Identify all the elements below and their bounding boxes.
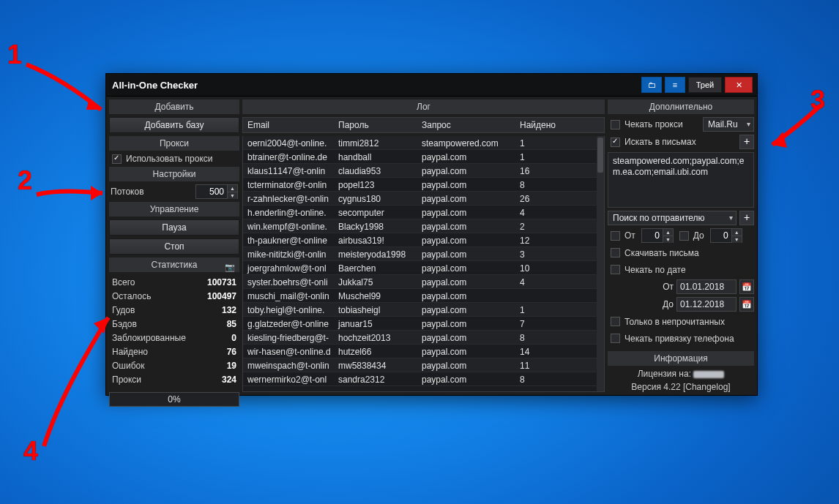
date-to-label: До <box>655 299 674 309</box>
cell-pass: Baerchen <box>334 261 417 274</box>
scrollbar-thumb[interactable] <box>597 138 603 173</box>
calendar-icon[interactable]: 📅 <box>739 297 754 312</box>
threads-stepper[interactable]: ▲▼ <box>195 184 238 199</box>
add-base-button[interactable]: Добавить базу <box>109 117 239 133</box>
to-checkbox[interactable]: До <box>676 228 707 243</box>
cell-req: paypal.com <box>417 303 515 316</box>
cell-email: th-paukner@t-online <box>243 233 334 247</box>
date-to-input[interactable]: 01.12.2018 <box>676 297 737 312</box>
cell-req: steampowered.com <box>417 136 515 149</box>
table-row[interactable]: mweinspach@t-onlinmw5838434paypal.com11 <box>243 358 597 372</box>
table-row[interactable]: klaus11147@t-onlinclaudia953paypal.com16 <box>243 164 597 178</box>
check-proxy-checkbox[interactable]: Чекать прокси <box>608 117 700 132</box>
only-unread-input[interactable] <box>611 317 620 326</box>
camera-icon[interactable]: 📷 <box>225 260 235 274</box>
table-row[interactable]: wernermirko2@t-onlsandra2312paypal.com8 <box>243 372 597 386</box>
domains-textbox[interactable]: steampowered.com;paypal.com;em.ea.com;em… <box>608 152 754 208</box>
table-row[interactable]: th-paukner@t-onlineairbusa319!paypal.com… <box>243 233 597 247</box>
license-blur <box>693 371 724 378</box>
table-row[interactable]: btrainer@t-online.dehandballpaypal.com1 <box>243 150 597 164</box>
cell-email: klaus11147@t-onlin <box>243 164 334 177</box>
check-date-input[interactable] <box>611 265 620 274</box>
table-row[interactable]: g.glatzeder@t-onlinejanuar15paypal.com7 <box>243 317 597 331</box>
table-row[interactable]: mike-nititzki@t-onlinmeisteryoda1998payp… <box>243 247 597 261</box>
download-letters-input[interactable] <box>611 248 620 257</box>
cell-email: g.glatzeder@t-online <box>243 317 334 330</box>
calendar-icon[interactable]: 📅 <box>739 279 754 294</box>
check-phone-input[interactable] <box>611 334 620 343</box>
stop-button[interactable]: Стоп <box>109 238 239 255</box>
cell-pass: timmi2812 <box>334 136 417 149</box>
table-row[interactable]: h.enderlin@t-online.secomputerpaypal.com… <box>243 206 597 219</box>
table-row[interactable]: joergrahmlow@t-onlBaerchenpaypal.com10 <box>243 261 597 275</box>
pause-button[interactable]: Пауза <box>109 219 239 236</box>
col-pass[interactable]: Пароль <box>334 118 417 132</box>
to-stepper[interactable]: ▲▼ <box>710 228 742 243</box>
search-letters-input[interactable] <box>611 138 620 147</box>
from-checkbox[interactable]: От <box>608 228 638 243</box>
stepper-down-icon[interactable]: ▼ <box>732 236 742 243</box>
col-email[interactable]: Email <box>243 118 334 132</box>
close-button[interactable]: ✕ <box>725 77 753 93</box>
right-panel: Дополнительно Чекать прокси Mail.Ru Иска… <box>608 99 754 392</box>
cell-req: paypal.com <box>417 233 515 247</box>
to-cb-input[interactable] <box>679 231 689 241</box>
from-cb-input[interactable] <box>611 231 620 241</box>
section-stats: Статистика 📷 <box>109 257 239 272</box>
stat-key: Всего <box>112 277 135 289</box>
from-input[interactable] <box>642 229 663 242</box>
use-proxy-checkbox[interactable]: Использовать прокси <box>109 154 239 164</box>
toolbar-menu-button[interactable]: ≡ <box>665 77 685 93</box>
log-panel: Лог Email Пароль Запрос Найдено oerni200… <box>242 99 605 392</box>
stepper-up-icon[interactable]: ▲ <box>732 229 742 236</box>
cell-req: paypal.com <box>417 150 515 163</box>
stepper-down-icon[interactable]: ▼ <box>663 236 673 243</box>
table-row[interactable]: r-zahnlecker@t-onlincygnus180paypal.com2… <box>243 192 597 206</box>
use-proxy-input[interactable] <box>112 154 122 164</box>
progress-bar: 0% <box>109 392 239 407</box>
only-unread-checkbox[interactable]: Только в непрочитанных <box>608 315 754 328</box>
table-row[interactable]: wir-hasen@t-online.dhutzel66paypal.com14 <box>243 345 597 358</box>
version-line[interactable]: Версия 4.22 [Changelog] <box>608 382 754 392</box>
stepper-down-icon[interactable]: ▼ <box>228 192 237 199</box>
table-row[interactable]: tcterminator@t-onlinpopel123paypal.com8 <box>243 178 597 192</box>
stepper-up-icon[interactable]: ▲ <box>228 185 237 192</box>
stat-val: 76 <box>227 346 236 358</box>
mail-select[interactable]: Mail.Ru <box>703 117 754 132</box>
table-row[interactable]: oerni2004@t-online.timmi2812steampowered… <box>243 136 597 150</box>
date-from-input[interactable]: 01.01.2018 <box>676 279 737 294</box>
cell-pass: hochzeit2013 <box>334 331 417 344</box>
download-letters-label: Скачивать письма <box>624 248 699 258</box>
table-row[interactable]: syster.boehrs@t-onliJukkal75paypal.com4 <box>243 275 597 289</box>
search-letters-checkbox[interactable]: Искать в письмах <box>608 135 737 149</box>
table-row[interactable]: muschi_mail@t-onlinMuschel99paypal.com <box>243 289 597 303</box>
cell-found: 8 <box>515 178 567 191</box>
table-row[interactable]: toby.heigl@t-online.tobiasheiglpaypal.co… <box>243 303 597 317</box>
to-input[interactable] <box>711 229 731 242</box>
stat-row: Гудов132 <box>112 304 236 317</box>
col-found[interactable]: Найдено <box>515 118 567 132</box>
table-row[interactable]: win.kempf@t-online.Blacky1998paypal.com2 <box>243 219 597 233</box>
cell-found: 8 <box>515 372 567 385</box>
check-phone-checkbox[interactable]: Чекать привязку телефона <box>608 331 754 345</box>
section-settings: Настройки <box>109 167 239 181</box>
add-sender-button[interactable]: + <box>739 211 754 225</box>
tray-button[interactable]: Трей <box>688 77 722 93</box>
toolbar-folder-button[interactable]: 🗀 <box>641 77 662 93</box>
check-proxy-input[interactable] <box>611 120 620 129</box>
from-stepper[interactable]: ▲▼ <box>641 228 674 243</box>
cell-req: paypal.com <box>417 289 515 302</box>
cell-email: wir-hasen@t-online.d <box>243 345 334 358</box>
cell-req: paypal.com <box>417 372 515 385</box>
download-letters-checkbox[interactable]: Скачивать письма <box>608 246 754 260</box>
add-query-button[interactable]: + <box>739 135 754 149</box>
cell-email: joergrahmlow@t-onl <box>243 261 334 274</box>
threads-input[interactable] <box>196 185 227 198</box>
search-sender-select[interactable]: Поиск по отправителю <box>608 211 737 225</box>
stepper-up-icon[interactable]: ▲ <box>663 229 673 236</box>
check-date-checkbox[interactable]: Чекать по дате <box>608 263 754 277</box>
log-scrollbar[interactable] <box>597 136 604 391</box>
cell-email: toby.heigl@t-online. <box>243 303 334 316</box>
col-req[interactable]: Запрос <box>417 118 515 132</box>
table-row[interactable]: kiesling-friedberg@t-hochzeit2013paypal.… <box>243 331 597 345</box>
